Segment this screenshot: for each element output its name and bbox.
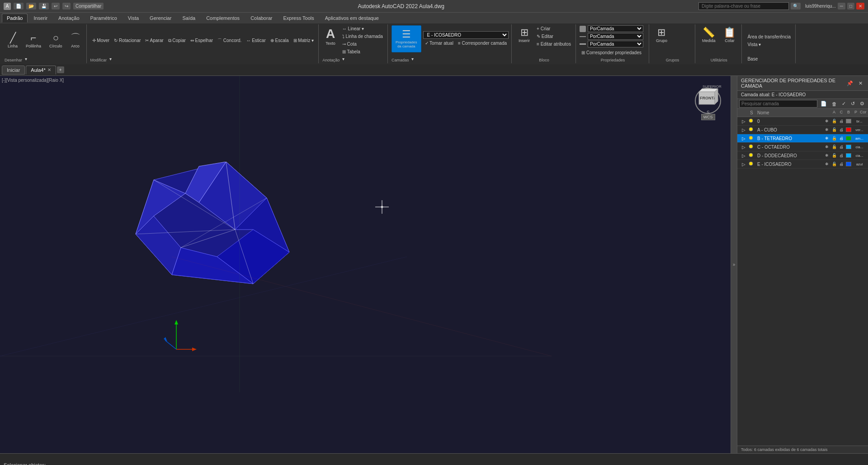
modify-group-expand[interactable]: ▾ bbox=[108, 56, 113, 62]
maximize-button[interactable]: □ bbox=[847, 3, 854, 9]
edit-attribs-button[interactable]: ≡ Editar atributos bbox=[535, 41, 573, 47]
fillet-button[interactable]: ⌒ Concord. bbox=[216, 25, 243, 56]
mirror-button[interactable]: ⇔ Espelhar bbox=[189, 25, 215, 56]
layer-frozen[interactable]: ❄ bbox=[824, 161, 830, 167]
layer-print[interactable]: 🖨 bbox=[838, 153, 844, 158]
match-layer-button[interactable]: ≡ Corresponder camada bbox=[456, 40, 509, 47]
layer-frozen[interactable]: ❄ bbox=[824, 127, 830, 132]
ribbon-tab-parametrico[interactable]: Paramétrico bbox=[85, 14, 122, 23]
layer-colorvp[interactable] bbox=[845, 127, 852, 132]
move-button[interactable]: ✛ Mover bbox=[90, 25, 112, 56]
layer-properties-button[interactable]: ☰ Propriedadesda camada bbox=[392, 25, 421, 52]
layer-row[interactable]: ▷ E - ICOSAEDRO ❄ 🔓 🖨 azul bbox=[737, 160, 868, 169]
layer-colorvp[interactable] bbox=[845, 161, 852, 167]
ribbon-tab-express[interactable]: Express Tools bbox=[278, 14, 319, 23]
layer-frozen[interactable]: ❄ bbox=[824, 118, 830, 124]
annotation-group-expand[interactable]: ▾ bbox=[340, 56, 346, 62]
measure-button[interactable]: 📏 Medida bbox=[699, 25, 719, 45]
layer-print[interactable]: 🖨 bbox=[838, 144, 844, 150]
array-button[interactable]: ⊞ Matriz ▾ bbox=[292, 25, 316, 56]
layer-panel-pin[interactable]: 📌 bbox=[845, 80, 855, 87]
linear-dim-button[interactable]: ↔ Linear ▾ bbox=[340, 25, 385, 32]
layer-row[interactable]: ▷ B - TETRAEDRO ❄ 🔓 🖨 am... bbox=[737, 134, 868, 143]
polyline-button[interactable]: ⌐ Polilinha bbox=[23, 31, 44, 51]
layer-colorvp[interactable] bbox=[845, 144, 852, 150]
line-button[interactable]: ╱ Linha bbox=[5, 31, 21, 51]
ribbon-tab-destaque[interactable]: Aplicativos em destaque bbox=[320, 14, 384, 23]
text-button[interactable]: A Texto bbox=[322, 25, 339, 48]
layer-lock[interactable]: 🔓 bbox=[831, 144, 837, 150]
ribbon-tab-vista[interactable]: Vista bbox=[123, 14, 144, 23]
quick-access-new[interactable]: 📄 bbox=[14, 3, 24, 9]
arc-button[interactable]: ⌒ Arco bbox=[67, 31, 84, 51]
ribbon-tab-inserir[interactable]: Inserir bbox=[28, 14, 52, 23]
layer-group-expand[interactable]: ▾ bbox=[410, 56, 415, 62]
layer-lock[interactable]: 🔓 bbox=[831, 118, 837, 124]
cota-button[interactable]: ⊸ Cota bbox=[340, 41, 385, 47]
share-button[interactable]: Compartilhar bbox=[73, 3, 104, 9]
match-properties-button[interactable]: ⊞ Corresponder propriedades bbox=[580, 49, 643, 56]
close-button[interactable]: ✕ bbox=[856, 3, 864, 9]
new-layer-button[interactable]: 📄 bbox=[819, 100, 829, 108]
refresh-button[interactable]: ↺ bbox=[849, 100, 857, 108]
layer-colorvp[interactable] bbox=[845, 153, 852, 158]
area-transfer-button[interactable]: Área de transferência bbox=[745, 33, 793, 40]
ribbon-tab-complementos[interactable]: Complementos bbox=[201, 14, 245, 23]
color-select[interactable]: PorCamada bbox=[588, 25, 643, 32]
create-block-button[interactable]: + Criar bbox=[535, 25, 573, 32]
stretch-button[interactable]: ↔ Esticar bbox=[244, 25, 267, 56]
layer-colorvp[interactable] bbox=[845, 136, 852, 141]
layer-lock[interactable]: 🔓 bbox=[831, 127, 837, 132]
insert-button[interactable]: ⊞ Inserir bbox=[515, 25, 533, 45]
table-button[interactable]: ⊞ Tabela bbox=[340, 48, 385, 55]
file-tab-aula4[interactable]: Aula4*✕ bbox=[26, 66, 56, 75]
file-tab-close-aula4[interactable]: ✕ bbox=[47, 67, 51, 72]
ribbon-tab-padrao[interactable]: Padrão bbox=[2, 14, 28, 23]
layer-search-input[interactable] bbox=[739, 100, 817, 108]
search-input[interactable] bbox=[698, 2, 789, 10]
layer-print[interactable]: 🖨 bbox=[838, 136, 844, 141]
rotate-button[interactable]: ↻ Rotacionar bbox=[112, 25, 142, 56]
paste-button[interactable]: 📋 Colar bbox=[720, 25, 739, 45]
layer-current-select[interactable]: E - ICOSAEDRO bbox=[423, 31, 509, 39]
draw-group-expand[interactable]: ▾ bbox=[23, 56, 29, 62]
layer-frozen[interactable]: ❄ bbox=[824, 153, 830, 158]
edit-block-button[interactable]: ✎ Editar bbox=[535, 33, 573, 40]
collapse-panel-button[interactable]: » bbox=[731, 76, 737, 453]
settings-button[interactable]: ⚙ bbox=[858, 100, 866, 108]
quick-access-open[interactable]: 📂 bbox=[26, 3, 36, 9]
copy-button[interactable]: ⧉ Copiar bbox=[166, 25, 188, 56]
layer-lock[interactable]: 🔓 bbox=[831, 136, 837, 141]
make-current-button[interactable]: ✓ Tornar atual bbox=[423, 40, 455, 47]
layer-lock[interactable]: 🔓 bbox=[831, 161, 837, 167]
layer-colorvp[interactable] bbox=[845, 118, 852, 124]
layer-print[interactable]: 🖨 bbox=[838, 161, 844, 167]
base-button[interactable]: Base bbox=[745, 56, 760, 62]
quick-access-save[interactable]: 💾 bbox=[39, 3, 49, 9]
layer-panel-close[interactable]: ✕ bbox=[857, 80, 864, 87]
layer-frozen[interactable]: ❄ bbox=[824, 136, 830, 141]
quick-access-undo[interactable]: ↩ bbox=[52, 3, 60, 9]
ribbon-tab-gerenciar[interactable]: Gerenciar bbox=[145, 14, 176, 23]
linetype-select[interactable]: PorCamada bbox=[588, 33, 643, 40]
layer-frozen[interactable]: ❄ bbox=[824, 144, 830, 150]
layer-row[interactable]: ▷ A - CUBO ❄ 🔓 🖨 ver... bbox=[737, 126, 868, 134]
scale-button[interactable]: ⊕ Escala bbox=[269, 25, 291, 56]
search-button[interactable]: 🔍 bbox=[791, 3, 801, 9]
vista-button[interactable]: Vista ▾ bbox=[745, 41, 793, 48]
ribbon-tab-anotacao[interactable]: Anotação bbox=[53, 14, 84, 23]
ribbon-tab-saida[interactable]: Saída bbox=[177, 14, 200, 23]
trim-button[interactable]: ✂ Aparar bbox=[143, 25, 165, 56]
file-tab-iniciar[interactable]: Iniciar bbox=[2, 66, 25, 75]
circle-button[interactable]: ○ Círculo bbox=[46, 31, 66, 51]
lineweight-select[interactable]: PorCamada bbox=[588, 41, 643, 47]
add-tab-button[interactable]: + bbox=[57, 66, 64, 73]
group-button[interactable]: ⊞ Grupo bbox=[653, 25, 670, 45]
callout-button[interactable]: ⤵ Linha de chamada bbox=[340, 33, 385, 40]
viewport[interactable]: [-][Vista personalizada][Raio X] bbox=[0, 76, 731, 453]
layer-row[interactable]: ▷ D - DODECAEDRO ❄ 🔓 🖨 cia... bbox=[737, 151, 868, 160]
quick-access-redo[interactable]: ↪ bbox=[62, 3, 71, 9]
layer-row[interactable]: ▷ C - OCTAEDRO ❄ 🔓 🖨 cia... bbox=[737, 143, 868, 151]
layer-lock[interactable]: 🔓 bbox=[831, 153, 837, 158]
set-current-button[interactable]: ✓ bbox=[840, 100, 848, 108]
